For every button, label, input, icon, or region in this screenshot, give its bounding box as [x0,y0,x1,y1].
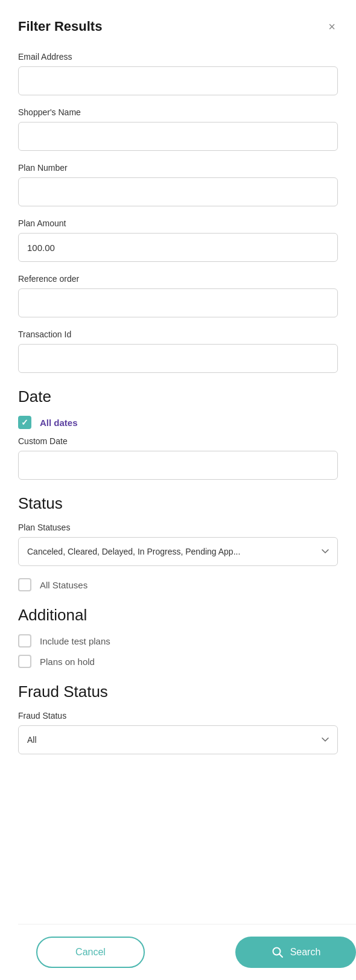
plan-number-group: Plan Number [18,163,338,206]
reference-order-group: Reference order [18,274,338,317]
plan-statuses-select[interactable]: Canceled, Cleared, Delayed, In Progress,… [18,537,338,566]
modal-title: Filter Results [18,19,102,34]
all-dates-label: All dates [40,418,78,428]
transaction-id-input[interactable] [18,344,338,373]
custom-date-input[interactable] [18,451,338,480]
status-section-title: Status [18,494,338,513]
all-statuses-checkbox[interactable] [18,578,31,591]
transaction-id-label: Transaction Id [18,329,338,339]
email-input[interactable] [18,66,338,95]
fraud-status-select[interactable]: All Fraud Not Fraud [18,725,338,754]
additional-section: Additional Include test plans Plans on h… [18,606,338,668]
additional-section-title: Additional [18,606,338,625]
shopper-label: Shopper's Name [18,107,338,117]
custom-date-group: Custom Date [18,436,338,480]
svg-line-1 [279,954,282,957]
date-section-title: Date [18,387,338,406]
plans-on-hold-checkbox[interactable] [18,655,31,668]
search-icon-svg [272,946,284,958]
plan-number-input[interactable] [18,177,338,206]
plan-number-label: Plan Number [18,163,338,173]
reference-order-label: Reference order [18,274,338,284]
search-icon [271,946,284,959]
include-test-plans-label: Include test plans [40,636,110,646]
all-dates-checkbox[interactable] [18,416,31,429]
modal-header: Filter Results × [18,18,338,35]
all-statuses-label: All Statuses [40,580,87,590]
filter-modal: Filter Results × Email Address Shopper's… [0,0,356,980]
modal-footer: Cancel Search [18,924,356,980]
plans-on-hold-label: Plans on hold [40,657,95,667]
plan-amount-label: Plan Amount [18,218,338,228]
transaction-id-group: Transaction Id [18,329,338,373]
plans-on-hold-row[interactable]: Plans on hold [18,655,338,668]
fraud-status-group: Fraud Status All Fraud Not Fraud [18,711,338,754]
fraud-status-section-title: Fraud Status [18,682,338,701]
email-label: Email Address [18,52,338,62]
custom-date-label: Custom Date [18,436,338,446]
shopper-group: Shopper's Name [18,107,338,151]
all-dates-row[interactable]: All dates [18,416,338,429]
reference-order-input[interactable] [18,288,338,317]
search-button-label: Search [290,947,321,958]
fraud-status-label: Fraud Status [18,711,338,721]
fraud-status-section: Fraud Status Fraud Status All Fraud Not … [18,682,338,754]
search-button[interactable]: Search [235,937,356,968]
cancel-button[interactable]: Cancel [36,937,145,968]
include-test-plans-checkbox[interactable] [18,634,31,648]
email-group: Email Address [18,52,338,95]
shopper-input[interactable] [18,122,338,151]
plan-statuses-group: Plan Statuses Canceled, Cleared, Delayed… [18,523,338,566]
plan-statuses-label: Plan Statuses [18,523,338,532]
close-button[interactable]: × [326,18,338,35]
status-section: Status Plan Statuses Canceled, Cleared, … [18,494,338,591]
plan-amount-input[interactable] [18,233,338,262]
date-section: Date All dates Custom Date [18,387,338,480]
plan-amount-group: Plan Amount [18,218,338,262]
include-test-plans-row[interactable]: Include test plans [18,634,338,648]
all-statuses-row[interactable]: All Statuses [18,578,338,591]
